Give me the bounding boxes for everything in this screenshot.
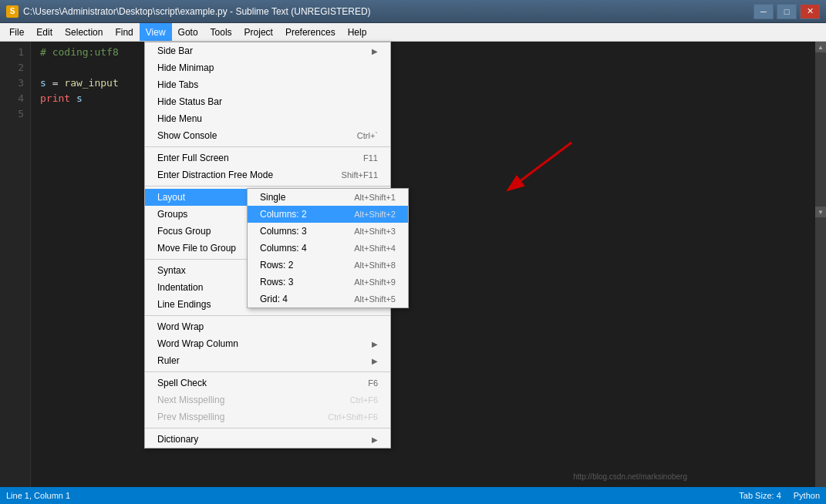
spell-check-shortcut: F6 [368, 378, 378, 388]
layout-rows-3[interactable]: Rows: 3 Alt+Shift+9 [248, 274, 408, 291]
line-num-4: 4 [6, 91, 24, 106]
columns4-shortcut: Alt+Shift+4 [354, 244, 396, 253]
editor-container: 1 2 3 4 5 # coding:utf8 s = raw_input pr… [0, 42, 826, 487]
menu-file[interactable]: File [3, 23, 30, 41]
rows3-shortcut: Alt+Shift+9 [354, 277, 396, 287]
view-prev-misspelling[interactable]: Prev Misspelling Ctrl+Shift+F6 [145, 408, 390, 425]
distraction-shortcut: Shift+F11 [342, 170, 378, 180]
menu-selection[interactable]: Selection [59, 23, 109, 41]
word-wrap-col-arrow: ▶ [372, 340, 378, 348]
line-num-3: 3 [6, 76, 24, 91]
maximize-button[interactable]: □ [777, 4, 797, 19]
app-icon: S [6, 5, 19, 18]
line-num-2: 2 [6, 60, 24, 76]
separator-1 [145, 146, 390, 147]
dictionary-arrow: ▶ [372, 435, 378, 444]
view-fullscreen[interactable]: Enter Full Screen F11 [145, 150, 390, 166]
sidebar-arrow: ▶ [372, 47, 378, 55]
status-bar: Line 1, Column 1 Tab Size: 4 Python [0, 487, 826, 504]
view-next-misspelling[interactable]: Next Misspelling Ctrl+F6 [145, 391, 390, 408]
separator-2 [145, 186, 390, 186]
menu-bar: File Edit Selection Find View Goto Tools… [0, 23, 826, 42]
view-sidebar[interactable]: Side Bar ▶ [145, 42, 390, 59]
menu-help[interactable]: Help [342, 23, 373, 41]
menu-tools[interactable]: Tools [204, 23, 238, 41]
columns2-shortcut: Alt+Shift+2 [354, 210, 396, 219]
view-show-console[interactable]: Show Console Ctrl+` [145, 127, 390, 144]
ruler-arrow: ▶ [372, 357, 378, 365]
menu-find[interactable]: Find [109, 23, 139, 41]
menu-edit[interactable]: Edit [30, 23, 59, 41]
menu-view[interactable]: View [140, 23, 172, 41]
view-word-wrap[interactable]: Word Wrap [145, 318, 390, 335]
menu-project[interactable]: Project [238, 23, 279, 41]
title-bar: S C:\Users\Administrator\Desktop\script\… [0, 0, 826, 23]
next-misspelling-shortcut: Ctrl+F6 [350, 395, 378, 405]
layout-single[interactable]: Single Alt+Shift+1 [248, 189, 408, 206]
menu-goto[interactable]: Goto [172, 23, 204, 41]
menu-preferences[interactable]: Preferences [279, 23, 342, 41]
prev-misspelling-shortcut: Ctrl+Shift+F6 [328, 412, 378, 422]
layout-columns-4[interactable]: Columns: 4 Alt+Shift+4 [248, 240, 408, 257]
close-button[interactable]: ✕ [800, 4, 820, 19]
layout-submenu: Single Alt+Shift+1 Columns: 2 Alt+Shift+… [247, 188, 409, 308]
single-shortcut: Alt+Shift+1 [354, 193, 396, 202]
separator-5 [145, 371, 390, 372]
columns3-shortcut: Alt+Shift+3 [354, 227, 396, 236]
layout-columns-3[interactable]: Columns: 3 Alt+Shift+3 [248, 223, 408, 240]
view-distraction-free[interactable]: Enter Distraction Free Mode Shift+F11 [145, 166, 390, 183]
status-position: Line 1, Column 1 [6, 491, 70, 500]
line-num-1: 1 [6, 45, 24, 60]
status-right: Tab Size: 4 Python [739, 491, 820, 500]
editor-scrollbar[interactable]: ▲ ▼ [815, 42, 826, 487]
scroll-down-arrow[interactable]: ▼ [815, 207, 826, 217]
main-area: 1 2 3 4 5 # coding:utf8 s = raw_input pr… [0, 42, 826, 487]
grid4-shortcut: Alt+Shift+5 [354, 294, 396, 304]
separator-6 [145, 428, 390, 428]
view-hide-tabs[interactable]: Hide Tabs [145, 76, 390, 93]
line-num-5: 5 [6, 106, 24, 122]
line-numbers: 1 2 3 4 5 [0, 42, 31, 487]
scroll-up-arrow[interactable]: ▲ [815, 42, 826, 52]
view-dictionary[interactable]: Dictionary ▶ [145, 431, 390, 448]
view-spell-check[interactable]: Spell Check F6 [145, 375, 390, 391]
rows2-shortcut: Alt+Shift+8 [354, 260, 396, 270]
view-word-wrap-column[interactable]: Word Wrap Column ▶ [145, 335, 390, 352]
view-hide-minimap[interactable]: Hide Minimap [145, 59, 390, 76]
view-hide-status-bar[interactable]: Hide Status Bar [145, 93, 390, 110]
title-text: C:\Users\Administrator\Desktop\script\ex… [23, 6, 754, 17]
separator-4 [145, 315, 390, 316]
minimize-button[interactable]: ─ [754, 4, 774, 19]
fullscreen-shortcut: F11 [363, 153, 378, 163]
layout-grid-4[interactable]: Grid: 4 Alt+Shift+5 [248, 291, 408, 307]
status-syntax[interactable]: Python [794, 491, 820, 500]
layout-rows-2[interactable]: Rows: 2 Alt+Shift+8 [248, 257, 408, 274]
status-tab-size[interactable]: Tab Size: 4 [739, 491, 780, 500]
show-console-shortcut: Ctrl+` [357, 131, 378, 140]
view-ruler[interactable]: Ruler ▶ [145, 352, 390, 369]
view-hide-menu[interactable]: Hide Menu [145, 110, 390, 127]
watermark-text: http://blog.csdn.net/marksinoberg [573, 472, 687, 481]
window-controls: ─ □ ✕ [754, 4, 820, 19]
layout-columns-2[interactable]: Columns: 2 Alt+Shift+2 [248, 206, 408, 223]
